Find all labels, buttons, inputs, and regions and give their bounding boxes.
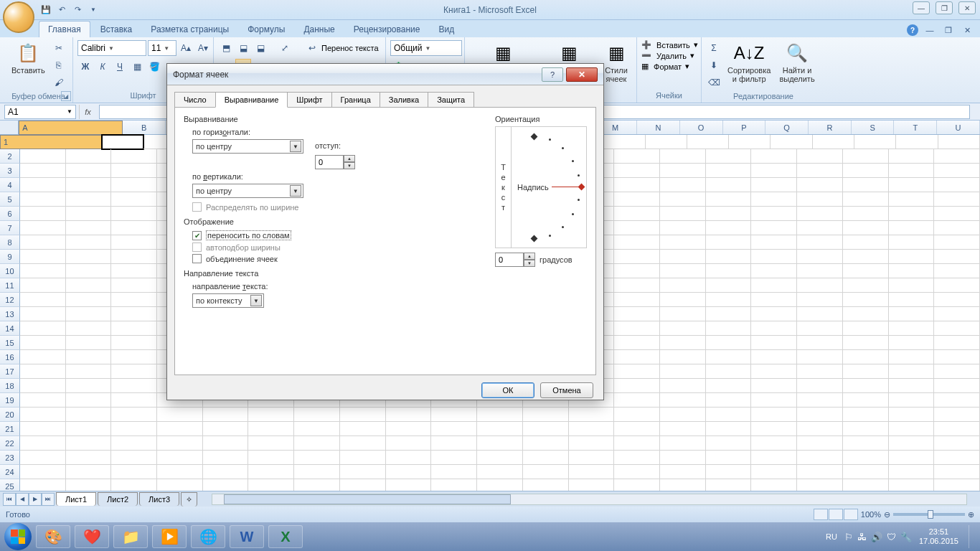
cell[interactable] xyxy=(706,422,752,436)
cell-styles-button[interactable]: ▦Стили ячеек xyxy=(600,40,632,85)
cell[interactable] xyxy=(751,350,797,364)
cell[interactable] xyxy=(706,379,752,393)
cell[interactable] xyxy=(431,479,477,491)
row-header[interactable]: 14 xyxy=(0,321,20,336)
cell[interactable] xyxy=(66,221,112,235)
cell[interactable] xyxy=(203,479,249,491)
row-header[interactable]: 15 xyxy=(0,336,20,350)
bold-button[interactable]: Ж xyxy=(77,59,93,75)
cell[interactable] xyxy=(66,479,112,491)
cell[interactable] xyxy=(614,207,660,221)
cell[interactable] xyxy=(751,278,797,293)
cell[interactable] xyxy=(797,379,843,393)
cell[interactable] xyxy=(660,278,706,293)
cell[interactable] xyxy=(889,336,935,350)
cell[interactable] xyxy=(934,321,980,336)
cell[interactable] xyxy=(797,436,843,451)
cell[interactable] xyxy=(797,451,843,465)
cell[interactable] xyxy=(934,408,980,422)
cell[interactable] xyxy=(111,422,157,436)
cell[interactable] xyxy=(660,379,706,393)
cell[interactable] xyxy=(203,422,249,436)
cell[interactable] xyxy=(751,264,797,278)
cell[interactable] xyxy=(889,408,935,422)
autosum-icon[interactable]: Σ xyxy=(706,40,722,56)
cell[interactable] xyxy=(660,465,706,479)
cell[interactable] xyxy=(20,207,66,221)
cell[interactable] xyxy=(706,264,752,278)
name-box[interactable]: A1▼ xyxy=(4,105,76,119)
cell[interactable] xyxy=(294,479,340,491)
cell[interactable] xyxy=(614,422,660,436)
cell[interactable] xyxy=(66,451,112,465)
row-header[interactable]: 4 xyxy=(0,178,20,192)
cell[interactable] xyxy=(660,451,706,465)
cell[interactable] xyxy=(431,408,477,422)
cell[interactable] xyxy=(843,149,889,164)
grow-font-icon[interactable]: A▴ xyxy=(178,40,194,56)
cell[interactable] xyxy=(660,264,706,278)
cell[interactable] xyxy=(614,278,660,293)
cell[interactable] xyxy=(843,321,889,336)
cell[interactable] xyxy=(843,364,889,379)
cell[interactable] xyxy=(20,364,66,379)
border-icon[interactable]: ▦ xyxy=(129,59,145,75)
cell[interactable] xyxy=(751,408,797,422)
cell[interactable] xyxy=(66,235,112,250)
cell[interactable] xyxy=(751,207,797,221)
cell[interactable] xyxy=(614,178,660,192)
dlg-tab-border[interactable]: Граница xyxy=(331,92,380,108)
cell[interactable] xyxy=(660,221,706,235)
cell[interactable] xyxy=(751,336,797,350)
cell[interactable] xyxy=(614,221,660,235)
cell[interactable] xyxy=(797,422,843,436)
cell[interactable] xyxy=(889,422,935,436)
cell[interactable] xyxy=(111,336,157,350)
cell[interactable] xyxy=(66,164,112,178)
cell[interactable] xyxy=(614,293,660,307)
font-name-combo[interactable]: Calibri▼ xyxy=(77,40,146,56)
cell[interactable] xyxy=(797,235,843,250)
cell[interactable] xyxy=(614,379,660,393)
italic-button[interactable]: К xyxy=(95,59,110,75)
cell[interactable] xyxy=(771,135,812,149)
cell[interactable] xyxy=(813,135,854,149)
cell[interactable] xyxy=(569,436,615,451)
cell[interactable] xyxy=(66,278,112,293)
cell[interactable] xyxy=(889,207,935,221)
cell[interactable] xyxy=(614,321,660,336)
cell[interactable] xyxy=(111,235,157,250)
cell[interactable] xyxy=(157,408,203,422)
row-header[interactable]: 19 xyxy=(0,393,20,408)
cell[interactable] xyxy=(843,465,889,479)
cell[interactable] xyxy=(294,436,340,451)
cell[interactable] xyxy=(797,293,843,307)
minimize-button[interactable]: — xyxy=(913,1,930,14)
cell[interactable] xyxy=(797,178,843,192)
cell[interactable] xyxy=(889,164,935,178)
row-header[interactable]: 20 xyxy=(0,408,20,422)
cell[interactable] xyxy=(751,178,797,192)
cell[interactable] xyxy=(843,393,889,408)
cell[interactable] xyxy=(706,350,752,364)
cell[interactable] xyxy=(20,307,66,321)
sheet-tab[interactable]: Лист2 xyxy=(98,492,138,506)
cell[interactable] xyxy=(660,192,706,207)
row-header[interactable]: 7 xyxy=(0,221,20,235)
cell[interactable] xyxy=(843,250,889,264)
cell[interactable] xyxy=(797,192,843,207)
cell[interactable] xyxy=(797,164,843,178)
cell[interactable] xyxy=(889,307,935,321)
cell[interactable] xyxy=(111,178,157,192)
tray-shield-icon[interactable]: 🛡 xyxy=(887,532,896,542)
cell[interactable] xyxy=(751,379,797,393)
row-header[interactable]: 23 xyxy=(0,451,20,465)
cell[interactable] xyxy=(934,235,980,250)
cell[interactable] xyxy=(889,451,935,465)
cell[interactable] xyxy=(569,422,615,436)
cell[interactable] xyxy=(20,149,66,164)
row-header[interactable]: 9 xyxy=(0,250,20,264)
row-header[interactable]: 2 xyxy=(0,149,20,164)
cell[interactable] xyxy=(660,422,706,436)
cancel-button[interactable]: Отмена xyxy=(540,382,593,398)
